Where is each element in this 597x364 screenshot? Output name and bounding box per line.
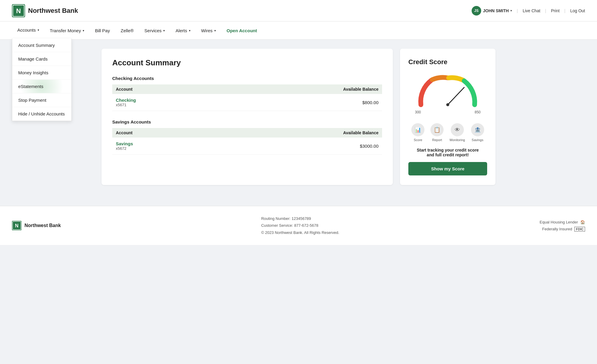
account-summary-title: Account Summary: [112, 58, 382, 67]
nav-wires[interactable]: Wires ▾: [196, 22, 221, 39]
svg-line-4: [448, 87, 464, 105]
checking-row-1: Checking x5671 $800.00: [112, 94, 382, 111]
accounts-dropdown: Account Summary Manage Cards Money Insig…: [12, 38, 72, 121]
footer-customer-service: Customer Service: 877-672-5678: [261, 222, 339, 229]
show-score-button[interactable]: Show my Score: [408, 162, 487, 175]
bank-logo-icon: N: [12, 4, 25, 17]
monitoring-icon: 👁: [451, 123, 464, 136]
credit-score-card: Credit Score 300 850: [400, 49, 496, 185]
live-chat-link[interactable]: Live Chat: [523, 8, 540, 13]
nav-wires-label: Wires: [201, 28, 213, 33]
fdic-text: Federally Insured: [542, 227, 572, 231]
score-icon-label: Score: [414, 138, 422, 142]
equal-housing-text: Equal Housing Lender: [540, 220, 578, 224]
nav-alerts-chevron-icon: ▾: [189, 29, 190, 32]
footer-equal-housing: Equal Housing Lender 🏠: [540, 219, 585, 226]
nav-zelle-label: Zelle®: [121, 28, 134, 33]
credit-icon-savings: 🏦 Savings: [471, 123, 484, 142]
header-right: JS JOHN SMITH ▾ | Live Chat | Print | Lo…: [472, 6, 585, 16]
nav-transfer-money-label: Transfer Money: [50, 28, 81, 33]
logo-text: Northwest Bank: [28, 7, 78, 15]
credit-icons: 📊 Score 📋 Report 👁 Monitoring 🏦 Savings: [411, 123, 484, 142]
report-icon: 📋: [430, 123, 444, 136]
nav-alerts[interactable]: Alerts ▾: [170, 22, 196, 39]
savings-col-account-label: Account: [116, 130, 133, 135]
credit-icon-report: 📋 Report: [430, 123, 444, 142]
separator-1: |: [517, 8, 518, 13]
svg-text:N: N: [15, 223, 19, 228]
footer: N Northwest Bank Routing Number: 1234567…: [0, 206, 597, 245]
nav-alerts-label: Alerts: [176, 28, 187, 33]
main-nav: Accounts ▾ Account Summary Manage Cards …: [0, 21, 597, 40]
nav-transfer-chevron-icon: ▾: [83, 29, 84, 32]
footer-logo-icon: N: [12, 221, 21, 230]
dropdown-account-summary[interactable]: Account Summary: [12, 38, 71, 52]
checking-account-number: x5671: [116, 103, 136, 107]
nav-accounts-chevron-icon: ▾: [38, 28, 39, 32]
dropdown-estatements[interactable]: eStatements: [12, 80, 71, 93]
footer-logo-text: Northwest Bank: [24, 223, 61, 228]
nav-transfer-money[interactable]: Transfer Money ▾: [44, 22, 90, 39]
col-account-label: Account: [116, 87, 133, 92]
savings-icon-label: Savings: [472, 138, 483, 142]
svg-text:N: N: [16, 7, 21, 15]
checking-account-name[interactable]: Checking: [116, 98, 136, 103]
savings-col-balance-label: Available Balance: [343, 130, 378, 135]
account-summary-card: Account Summary Checking Accounts Accoun…: [101, 49, 393, 185]
score-icon: 📊: [411, 123, 424, 136]
checking-section-title: Checking Accounts: [112, 76, 382, 81]
header: N Northwest Bank JS JOHN SMITH ▾ | Live …: [0, 0, 597, 21]
gauge-labels: 300 850: [415, 110, 481, 114]
logo-area: N Northwest Bank: [12, 4, 78, 17]
savings-icon: 🏦: [471, 123, 484, 136]
user-avatar: JS: [472, 6, 481, 16]
credit-gauge: 300 850: [415, 72, 481, 114]
dropdown-hide-unhide[interactable]: Hide / Unhide Accounts: [12, 107, 71, 121]
nav-accounts[interactable]: Accounts ▾ Account Summary Manage Cards …: [12, 21, 44, 39]
dropdown-stop-payment[interactable]: Stop Payment: [12, 93, 71, 107]
gauge-min-label: 300: [415, 110, 421, 114]
nav-services-chevron-icon: ▾: [163, 29, 165, 32]
main-content: Account Summary Checking Accounts Accoun…: [90, 40, 507, 194]
print-link[interactable]: Print: [551, 8, 560, 13]
fdic-icon: FDIC: [574, 227, 585, 232]
separator-3: |: [564, 8, 566, 13]
credit-score-title: Credit Score: [408, 58, 447, 66]
footer-center: Routing Number: 123456789 Customer Servi…: [261, 215, 339, 236]
nav-services[interactable]: Services ▾: [139, 22, 170, 39]
house-icon: 🏠: [580, 220, 585, 224]
savings-account-info: Savings x5672: [116, 141, 133, 151]
checking-account-info: Checking x5671: [116, 98, 136, 107]
nav-open-account[interactable]: Open Account: [221, 22, 262, 39]
savings-table-header: Account Available Balance: [112, 128, 382, 138]
separator-2: |: [545, 8, 546, 13]
user-menu[interactable]: JS JOHN SMITH ▾: [472, 6, 512, 16]
nav-bill-pay-label: Bill Pay: [95, 28, 110, 33]
logout-link[interactable]: Log Out: [570, 8, 585, 13]
nav-zelle[interactable]: Zelle®: [115, 22, 139, 39]
user-chevron-icon: ▾: [510, 9, 512, 12]
credit-tagline: Start tracking your credit scoreand full…: [417, 148, 479, 157]
footer-copyright: © 2023 Northwest Bank. All Rights Reserv…: [261, 229, 339, 236]
credit-icon-score: 📊 Score: [411, 123, 424, 142]
savings-account-name[interactable]: Savings: [116, 141, 133, 146]
footer-fdic: Federally Insured FDIC: [540, 226, 585, 232]
nav-accounts-label: Accounts: [17, 27, 36, 33]
nav-services-label: Services: [144, 28, 162, 33]
savings-account-number: x5672: [116, 146, 133, 151]
dropdown-money-insights[interactable]: Money Insights: [12, 66, 71, 80]
credit-icon-monitoring: 👁 Monitoring: [450, 123, 465, 142]
footer-logo: N Northwest Bank: [12, 221, 61, 230]
nav-bill-pay[interactable]: Bill Pay: [90, 22, 115, 39]
savings-account-balance: $3000.00: [360, 144, 378, 149]
dropdown-manage-cards[interactable]: Manage Cards: [12, 52, 71, 66]
footer-routing: Routing Number: 123456789: [261, 215, 339, 222]
savings-row-1: Savings x5672 $3000.00: [112, 138, 382, 155]
user-name: JOHN SMITH: [483, 8, 509, 13]
gauge-max-label: 850: [475, 110, 481, 114]
gauge-svg: [415, 72, 481, 108]
col-balance-label: Available Balance: [343, 87, 378, 92]
footer-right: Equal Housing Lender 🏠 Federally Insured…: [540, 219, 585, 233]
checking-account-balance: $800.00: [362, 100, 378, 105]
nav-open-account-label: Open Account: [227, 28, 257, 33]
